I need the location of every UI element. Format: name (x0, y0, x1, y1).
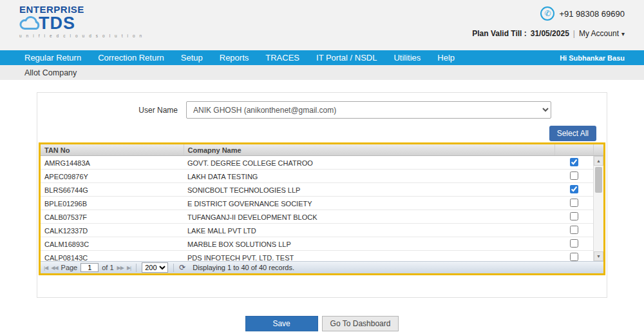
row-checkbox-cell (554, 156, 593, 170)
go-to-dashboard-button[interactable]: Go To Dashboard (322, 316, 399, 331)
logo-tds-text: TDS (39, 15, 75, 32)
company-cell: LAKH DATA TESTING (184, 170, 554, 183)
nav-item-utilities[interactable]: Utilities (393, 53, 421, 63)
scroll-down-icon[interactable]: ▼ (594, 251, 603, 261)
main-content: User Name ANIK GHOSH (anikonthenet@gmail… (0, 80, 644, 331)
my-account-menu[interactable]: My Account ▾ (579, 29, 625, 38)
pager-separator (173, 264, 174, 272)
pager-prev-button[interactable]: ◀◀ (51, 265, 57, 271)
table-row: AMRG14483AGOVT. DEGREE COLLEGE CHATROO (41, 156, 593, 170)
top-header: ENTERPRISE TDS u n i f i e d c l o u d s… (0, 0, 644, 50)
table-row: APEC09876YLAKH DATA TESTING (41, 170, 593, 183)
company-cell: MARBLE BOX SOLUTIONS LLP (184, 237, 554, 251)
column-header-tan[interactable]: TAN No (41, 144, 184, 156)
tan-cell: CALP08143C (41, 251, 184, 262)
user-name-label: User Name (37, 106, 178, 115)
company-cell: TUFANGANJ-II DEVELOPMENT BLOCK (184, 210, 554, 224)
company-cell: SONICBOLT TECHNOLOGIES LLP (184, 183, 554, 197)
column-header-scroll-spacer (593, 144, 603, 156)
row-checkbox[interactable] (570, 226, 578, 234)
scroll-thumb[interactable] (595, 167, 602, 193)
company-cell: GOVT. DEGREE COLLEGE CHATROO (184, 156, 554, 170)
grid-header: TAN No Comapny Name (41, 144, 603, 156)
page-title-bar: Allot Company (0, 65, 644, 80)
pager-separator (136, 264, 137, 272)
caret-down-icon: ▾ (621, 30, 625, 37)
refresh-button[interactable]: ⟳ (179, 263, 185, 272)
row-checkbox-cell (554, 183, 593, 197)
nav-item-it-portal-nsdl[interactable]: IT Portal / NSDL (316, 53, 377, 63)
company-cell: PDS INFOTECH PVT. LTD. TEST (184, 251, 554, 262)
phone-number: +91 98308 69690 (559, 9, 625, 19)
user-name-row: User Name ANIK GHOSH (anikonthenet@gmail… (37, 101, 607, 119)
plan-valid-date: 31/05/2025 (531, 29, 569, 38)
column-header-company[interactable]: Comapny Name (184, 144, 554, 156)
row-checkbox[interactable] (570, 158, 578, 166)
table-row: CALK12337DLAKE MALL PVT LTD (41, 224, 593, 237)
pager-last-button[interactable]: ▶| (127, 265, 131, 271)
page-label: Page (61, 264, 78, 271)
logo-tagline: u n i f i e d c l o u d s o l u t i o n (19, 34, 144, 39)
table-body: AMRG14483AGOVT. DEGREE COLLEGE CHATROOAP… (41, 156, 593, 261)
company-cell: E DISTRICT GOVERNANCE SOCIETY (184, 197, 554, 210)
pager-first-button[interactable]: |◀ (44, 265, 48, 271)
header-right: ✆ +91 98308 69690 Plan Valid Till : 31/0… (472, 5, 625, 50)
scroll-up-icon[interactable]: ▲ (594, 156, 603, 166)
company-cell: LAKE MALL PVT LTD (184, 224, 554, 237)
row-checkbox[interactable] (570, 253, 578, 261)
user-name-select[interactable]: ANIK GHOSH (anikonthenet@gmail.com) (186, 101, 551, 119)
row-checkbox[interactable] (570, 171, 578, 180)
nav-item-help[interactable]: Help (437, 53, 455, 63)
content-panel: User Name ANIK GHOSH (anikonthenet@gmail… (37, 92, 607, 298)
page-title: Allot Company (24, 68, 77, 77)
row-checkbox-cell (554, 210, 593, 224)
pager-next-button[interactable]: ▶▶ (117, 265, 124, 271)
nav-item-traces[interactable]: TRACES (265, 53, 299, 63)
pager: |◀ ◀◀ Page of 1 ▶▶ ▶| 200 ⟳ Displaying 1… (41, 261, 603, 273)
pager-status: Displaying 1 to 40 of 40 records. (193, 264, 294, 271)
table-row: CALM16893CMARBLE BOX SOLUTIONS LLP (41, 237, 593, 251)
table-row: CALP08143CPDS INFOTECH PVT. LTD. TEST (41, 251, 593, 262)
page-size-select[interactable]: 200 (142, 262, 168, 273)
tan-cell: APEC09876Y (41, 170, 184, 183)
table-row: BLRS66744GSONICBOLT TECHNOLOGIES LLP (41, 183, 593, 197)
company-grid: TAN No Comapny Name AMRG14483AGOVT. DEGR… (39, 142, 605, 275)
nav-item-regular-return[interactable]: Regular Return (24, 53, 81, 63)
vertical-scrollbar[interactable]: ▲ ▼ (593, 156, 603, 261)
tan-cell: CALB07537F (41, 210, 184, 224)
header-separator: | (573, 29, 575, 38)
page-of-label: of 1 (102, 264, 113, 271)
nav-items: Regular ReturnCorrection ReturnSetupRepo… (24, 53, 455, 63)
logo-enterprise-text: ENTERPRISE (19, 5, 144, 14)
grid-body: AMRG14483AGOVT. DEGREE COLLEGE CHATROOAP… (41, 156, 603, 261)
main-nav: Regular ReturnCorrection ReturnSetupRepo… (0, 50, 644, 65)
nav-greeting: Hi Subhankar Basu (560, 54, 625, 62)
footer-buttons: Save Go To Dashboard (0, 316, 644, 331)
cloud-icon (19, 15, 41, 32)
row-checkbox[interactable] (570, 239, 578, 248)
row-checkbox[interactable] (570, 185, 578, 193)
row-checkbox-cell (554, 170, 593, 183)
plan-valid-label: Plan Valid Till : (472, 29, 526, 38)
scroll-track[interactable] (594, 166, 603, 251)
select-all-button[interactable]: Select All (549, 126, 596, 141)
row-checkbox-cell (554, 237, 593, 251)
row-checkbox[interactable] (570, 199, 578, 207)
nav-item-correction-return[interactable]: Correction Return (98, 53, 164, 63)
page-input[interactable] (80, 263, 99, 272)
logo: ENTERPRISE TDS u n i f i e d c l o u d s… (19, 5, 144, 50)
row-checkbox[interactable] (570, 212, 578, 220)
row-checkbox-cell (554, 224, 593, 237)
row-checkbox-cell (554, 197, 593, 210)
table-row: CALB07537FTUFANGANJ-II DEVELOPMENT BLOCK (41, 210, 593, 224)
save-button[interactable]: Save (245, 316, 318, 331)
table-row: BPLE01296BE DISTRICT GOVERNANCE SOCIETY (41, 197, 593, 210)
tan-cell: CALK12337D (41, 224, 184, 237)
nav-item-reports[interactable]: Reports (220, 53, 249, 63)
phone-icon: ✆ (540, 6, 554, 21)
column-header-checkbox (554, 144, 593, 156)
tan-cell: CALM16893C (41, 237, 184, 251)
tan-cell: BLRS66744G (41, 183, 184, 197)
tan-cell: BPLE01296B (41, 197, 184, 210)
nav-item-setup[interactable]: Setup (181, 53, 203, 63)
